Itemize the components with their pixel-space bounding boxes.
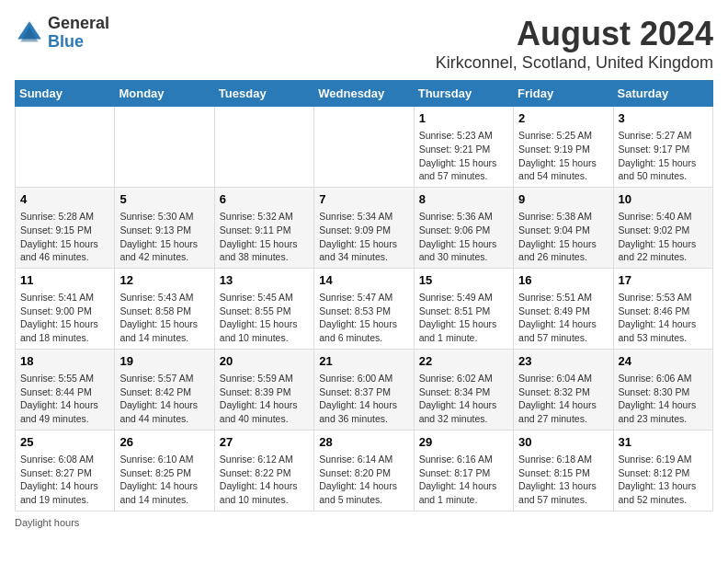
- calendar-cell: 21Sunrise: 6:00 AM Sunset: 8:37 PM Dayli…: [314, 349, 414, 430]
- day-number: 4: [20, 191, 109, 208]
- logo-text: General Blue: [48, 15, 109, 52]
- calendar-cell: [214, 107, 313, 188]
- calendar-week-row: 25Sunrise: 6:08 AM Sunset: 8:27 PM Dayli…: [16, 430, 713, 511]
- day-number: 26: [119, 434, 209, 451]
- day-number: 16: [518, 272, 608, 289]
- day-number: 28: [319, 434, 408, 451]
- calendar-cell: 6Sunrise: 5:32 AM Sunset: 9:11 PM Daylig…: [214, 187, 313, 268]
- calendar-cell: 24Sunrise: 6:06 AM Sunset: 8:30 PM Dayli…: [613, 349, 712, 430]
- page-header: General Blue August 2024 Kirkconnel, Sco…: [15, 15, 713, 73]
- calendar-week-row: 11Sunrise: 5:41 AM Sunset: 9:00 PM Dayli…: [16, 268, 713, 349]
- logo-icon: [15, 18, 44, 48]
- calendar-table: SundayMondayTuesdayWednesdayThursdayFrid…: [15, 80, 713, 511]
- calendar-cell: 5Sunrise: 5:30 AM Sunset: 9:13 PM Daylig…: [115, 187, 214, 268]
- calendar-cell: 23Sunrise: 6:04 AM Sunset: 8:32 PM Dayli…: [514, 349, 613, 430]
- day-number: 9: [518, 191, 608, 208]
- column-header-sunday: Sunday: [16, 81, 115, 107]
- day-info: Sunrise: 6:06 AM Sunset: 8:30 PM Dayligh…: [619, 372, 708, 426]
- day-info: Sunrise: 5:34 AM Sunset: 9:09 PM Dayligh…: [319, 210, 408, 264]
- day-number: 13: [220, 272, 309, 289]
- day-number: 30: [518, 434, 608, 451]
- calendar-cell: 29Sunrise: 6:16 AM Sunset: 8:17 PM Dayli…: [414, 430, 513, 511]
- day-number: 15: [419, 272, 508, 289]
- column-header-saturday: Saturday: [613, 81, 712, 107]
- day-info: Sunrise: 6:10 AM Sunset: 8:25 PM Dayligh…: [119, 453, 209, 507]
- calendar-cell: [314, 107, 414, 188]
- calendar-cell: 30Sunrise: 6:18 AM Sunset: 8:15 PM Dayli…: [514, 430, 613, 511]
- calendar-cell: 15Sunrise: 5:49 AM Sunset: 8:51 PM Dayli…: [414, 268, 513, 349]
- day-number: 19: [119, 353, 209, 370]
- day-info: Sunrise: 5:32 AM Sunset: 9:11 PM Dayligh…: [220, 210, 309, 264]
- day-info: Sunrise: 5:36 AM Sunset: 9:06 PM Dayligh…: [419, 210, 508, 264]
- day-number: 22: [419, 353, 508, 370]
- day-number: 5: [119, 191, 209, 208]
- day-info: Sunrise: 5:57 AM Sunset: 8:42 PM Dayligh…: [119, 372, 209, 426]
- day-info: Sunrise: 5:53 AM Sunset: 8:46 PM Dayligh…: [619, 291, 708, 345]
- column-header-friday: Friday: [514, 81, 613, 107]
- calendar-cell: 10Sunrise: 5:40 AM Sunset: 9:02 PM Dayli…: [613, 187, 712, 268]
- day-number: 23: [518, 353, 608, 370]
- calendar-week-row: 18Sunrise: 5:55 AM Sunset: 8:44 PM Dayli…: [16, 349, 713, 430]
- logo: General Blue: [15, 15, 109, 52]
- calendar-cell: 19Sunrise: 5:57 AM Sunset: 8:42 PM Dayli…: [115, 349, 214, 430]
- calendar-cell: 31Sunrise: 6:19 AM Sunset: 8:12 PM Dayli…: [613, 430, 712, 511]
- day-info: Sunrise: 6:19 AM Sunset: 8:12 PM Dayligh…: [619, 453, 708, 507]
- day-number: 1: [419, 110, 508, 127]
- day-info: Sunrise: 5:49 AM Sunset: 8:51 PM Dayligh…: [419, 291, 508, 345]
- day-number: 12: [119, 272, 209, 289]
- day-info: Sunrise: 6:04 AM Sunset: 8:32 PM Dayligh…: [518, 372, 608, 426]
- footer: Daylight hours: [15, 517, 713, 528]
- day-number: 21: [319, 353, 408, 370]
- calendar-subtitle: Kirkconnel, Scotland, United Kingdom: [436, 53, 713, 73]
- calendar-cell: 14Sunrise: 5:47 AM Sunset: 8:53 PM Dayli…: [314, 268, 414, 349]
- day-info: Sunrise: 5:51 AM Sunset: 8:49 PM Dayligh…: [518, 291, 608, 345]
- day-info: Sunrise: 5:59 AM Sunset: 8:39 PM Dayligh…: [220, 372, 309, 426]
- column-header-tuesday: Tuesday: [214, 81, 313, 107]
- day-number: 18: [20, 353, 109, 370]
- day-info: Sunrise: 5:45 AM Sunset: 8:55 PM Dayligh…: [220, 291, 309, 345]
- day-number: 29: [419, 434, 508, 451]
- day-info: Sunrise: 5:27 AM Sunset: 9:17 PM Dayligh…: [619, 129, 708, 183]
- day-number: 27: [220, 434, 309, 451]
- day-number: 11: [20, 272, 109, 289]
- day-info: Sunrise: 6:08 AM Sunset: 8:27 PM Dayligh…: [20, 453, 109, 507]
- footer-label: Daylight hours: [15, 517, 79, 528]
- day-number: 25: [20, 434, 109, 451]
- day-number: 31: [619, 434, 708, 451]
- day-number: 6: [220, 191, 309, 208]
- day-info: Sunrise: 6:12 AM Sunset: 8:22 PM Dayligh…: [220, 453, 309, 507]
- calendar-cell: 7Sunrise: 5:34 AM Sunset: 9:09 PM Daylig…: [314, 187, 414, 268]
- calendar-cell: 27Sunrise: 6:12 AM Sunset: 8:22 PM Dayli…: [214, 430, 313, 511]
- day-number: 7: [319, 191, 408, 208]
- day-info: Sunrise: 5:25 AM Sunset: 9:19 PM Dayligh…: [518, 129, 608, 183]
- day-info: Sunrise: 5:28 AM Sunset: 9:15 PM Dayligh…: [20, 210, 109, 264]
- calendar-cell: 3Sunrise: 5:27 AM Sunset: 9:17 PM Daylig…: [613, 107, 712, 188]
- day-info: Sunrise: 5:41 AM Sunset: 9:00 PM Dayligh…: [20, 291, 109, 345]
- calendar-cell: 11Sunrise: 5:41 AM Sunset: 9:00 PM Dayli…: [16, 268, 115, 349]
- calendar-cell: 22Sunrise: 6:02 AM Sunset: 8:34 PM Dayli…: [414, 349, 513, 430]
- calendar-header-row: SundayMondayTuesdayWednesdayThursdayFrid…: [16, 81, 713, 107]
- calendar-week-row: 1Sunrise: 5:23 AM Sunset: 9:21 PM Daylig…: [16, 107, 713, 188]
- calendar-cell: 4Sunrise: 5:28 AM Sunset: 9:15 PM Daylig…: [16, 187, 115, 268]
- day-number: 14: [319, 272, 408, 289]
- day-info: Sunrise: 5:38 AM Sunset: 9:04 PM Dayligh…: [518, 210, 608, 264]
- calendar-cell: 25Sunrise: 6:08 AM Sunset: 8:27 PM Dayli…: [16, 430, 115, 511]
- calendar-week-row: 4Sunrise: 5:28 AM Sunset: 9:15 PM Daylig…: [16, 187, 713, 268]
- day-info: Sunrise: 5:30 AM Sunset: 9:13 PM Dayligh…: [119, 210, 209, 264]
- day-info: Sunrise: 6:18 AM Sunset: 8:15 PM Dayligh…: [518, 453, 608, 507]
- day-number: 2: [518, 110, 608, 127]
- day-info: Sunrise: 6:14 AM Sunset: 8:20 PM Dayligh…: [319, 453, 408, 507]
- calendar-cell: 13Sunrise: 5:45 AM Sunset: 8:55 PM Dayli…: [214, 268, 313, 349]
- column-header-monday: Monday: [115, 81, 214, 107]
- day-info: Sunrise: 6:02 AM Sunset: 8:34 PM Dayligh…: [419, 372, 508, 426]
- day-info: Sunrise: 5:43 AM Sunset: 8:58 PM Dayligh…: [119, 291, 209, 345]
- calendar-cell: 2Sunrise: 5:25 AM Sunset: 9:19 PM Daylig…: [514, 107, 613, 188]
- day-number: 8: [419, 191, 508, 208]
- calendar-cell: 26Sunrise: 6:10 AM Sunset: 8:25 PM Dayli…: [115, 430, 214, 511]
- calendar-title: August 2024: [436, 15, 713, 53]
- title-block: August 2024 Kirkconnel, Scotland, United…: [436, 15, 713, 73]
- calendar-cell: [115, 107, 214, 188]
- day-number: 10: [619, 191, 708, 208]
- calendar-cell: 1Sunrise: 5:23 AM Sunset: 9:21 PM Daylig…: [414, 107, 513, 188]
- column-header-thursday: Thursday: [414, 81, 513, 107]
